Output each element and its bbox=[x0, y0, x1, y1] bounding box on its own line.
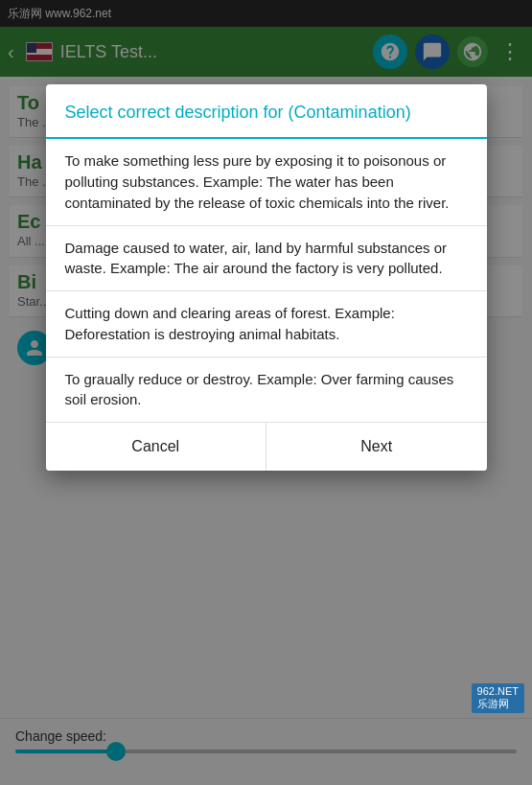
dialog-option-1[interactable]: To make something less pure by exposing … bbox=[46, 139, 487, 225]
dialog-buttons: Cancel Next bbox=[46, 422, 487, 471]
dialog-overlay: Select correct description for (Contamin… bbox=[0, 0, 532, 785]
quiz-dialog: Select correct description for (Contamin… bbox=[46, 84, 487, 471]
dialog-options-list: To make something less pure by exposing … bbox=[46, 139, 487, 422]
dialog-option-2[interactable]: Damage caused to water, air, land by har… bbox=[46, 226, 487, 292]
dialog-title: Select correct description for (Contamin… bbox=[46, 84, 487, 139]
watermark-cn-text: 乐游网 bbox=[477, 698, 509, 709]
dialog-option-3[interactable]: Cutting down and clearing areas of fores… bbox=[46, 291, 487, 358]
dialog-option-4[interactable]: To graually reduce or destroy. Example: … bbox=[46, 358, 487, 423]
next-button[interactable]: Next bbox=[266, 423, 487, 471]
watermark-badge: 962.NET 乐游网 bbox=[472, 683, 524, 713]
watermark-text: 962.NET bbox=[477, 685, 519, 697]
cancel-button[interactable]: Cancel bbox=[46, 423, 267, 471]
